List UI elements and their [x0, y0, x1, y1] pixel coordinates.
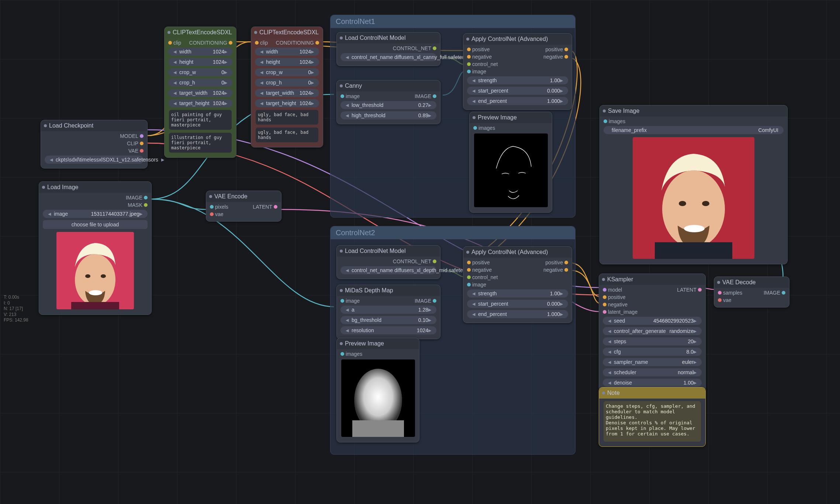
node-load-controlnet-2[interactable]: Load ControlNet Model CONTROL_NET ◀contr…	[336, 245, 440, 279]
svg-rect-6	[474, 133, 548, 207]
title: Load Checkpoint	[49, 122, 93, 129]
node-apply-controlnet-1[interactable]: Apply ControlNet (Advanced) positiveposi…	[463, 33, 572, 110]
prompt-text-l[interactable]: illustration of guy fieri portrait, mast…	[169, 133, 232, 153]
svg-rect-5	[71, 302, 119, 309]
svg-point-12	[679, 201, 686, 206]
canny-preview	[474, 133, 548, 207]
node-midas[interactable]: MiDaS Depth Map imageIMAGE ◀a1.28▶ ◀bg_t…	[336, 285, 440, 339]
svg-point-2	[85, 274, 90, 278]
output-image	[633, 137, 754, 259]
svg-point-4	[89, 290, 102, 295]
node-load-image[interactable]: Load Image IMAGE MASK ◀image153117440337…	[39, 181, 152, 315]
node-preview-1[interactable]: Preview Image images	[469, 112, 552, 213]
prompt-text-g[interactable]: oil painting of guy fieri portrait, mast…	[169, 110, 232, 130]
node-save-image[interactable]: Save Image images filename_prefixComfyUI	[599, 105, 788, 264]
node-ksampler[interactable]: KSampler modelLATENT positive negative l…	[599, 274, 706, 392]
node-clip-positive[interactable]: CLIPTextEncodeSDXL clipCONDITIONING ◀wid…	[164, 27, 236, 158]
upload-button[interactable]: choose file to upload	[43, 220, 148, 229]
node-apply-controlnet-2[interactable]: Apply ControlNet (Advanced) positiveposi…	[463, 246, 572, 323]
group-controlnet2[interactable]: ControlNet2	[331, 226, 575, 239]
node-load-checkpoint[interactable]: Load Checkpoint MODEL CLIP VAE ◀ckpts\sd…	[41, 120, 148, 168]
node-load-controlnet-1[interactable]: Load ControlNet Model CONTROL_NET ◀contr…	[336, 32, 440, 66]
node-clip-negative[interactable]: CLIPTextEncodeSDXL clipCONDITIONING ◀wid…	[251, 27, 323, 147]
node-canny[interactable]: Canny imageIMAGE ◀low_threshold0.27▶ ◀hi…	[336, 80, 440, 124]
group-controlnet1[interactable]: ControlNet1	[331, 15, 575, 28]
svg-point-3	[101, 274, 106, 278]
preview-image	[56, 232, 134, 309]
svg-point-13	[702, 201, 709, 206]
node-note[interactable]: Note Change steps, cfg, sampler, and sch…	[599, 387, 706, 447]
depth-preview	[341, 359, 415, 437]
node-vae-decode[interactable]: VAE Decode samplesIMAGE vae	[714, 277, 789, 307]
svg-rect-9	[352, 420, 404, 437]
node-vae-encode[interactable]: VAE Encode pixelsLATENT vae	[206, 191, 281, 222]
node-preview-2[interactable]: Preview Image images	[336, 338, 419, 442]
svg-point-14	[684, 225, 705, 232]
ckpt-select[interactable]: ◀ckpts\sdxl\timelessxlSDXL1_v12.safetens…	[45, 156, 144, 164]
svg-rect-15	[655, 242, 732, 259]
